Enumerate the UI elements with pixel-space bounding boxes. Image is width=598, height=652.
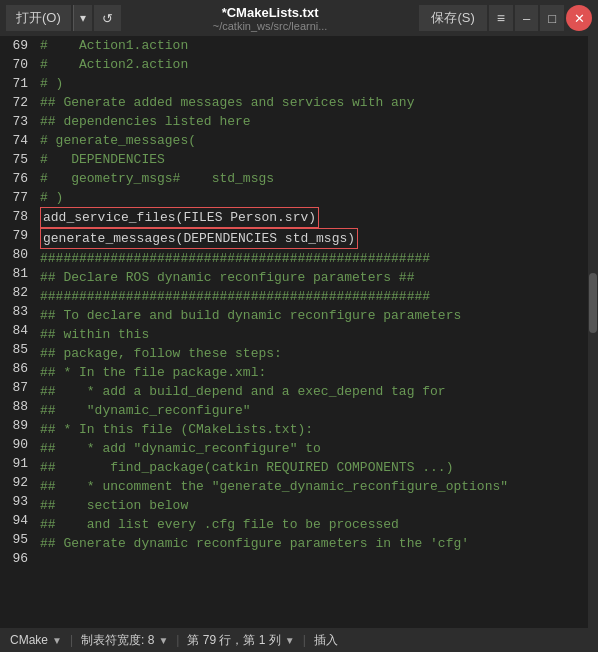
code-line: # Action1.action <box>40 36 598 55</box>
code-line: ## find_package(catkin REQUIRED COMPONEN… <box>40 458 598 477</box>
filetype-item[interactable]: CMake ▼ <box>10 633 62 647</box>
line-number: 78 <box>6 207 28 226</box>
code-line-highlighted: add_service_files(FILES Person.srv) <box>40 207 598 228</box>
filepath-label: ~/catkin_ws/src/learni... <box>121 20 420 32</box>
titlebar: 打开(O) ▾ ↺ *CMakeLists.txt ~/catkin_ws/sr… <box>0 0 598 36</box>
code-line: ## Declare ROS dynamic reconfigure param… <box>40 268 598 287</box>
titlebar-right: 保存(S) ≡ – □ ✕ <box>419 5 592 31</box>
tab-label: 制表符宽度: 8 <box>81 632 154 649</box>
statusbar: CMake ▼ | 制表符宽度: 8 ▼ | 第 79 行，第 1 列 ▼ | … <box>0 628 598 652</box>
open-arrow-button[interactable]: ▾ <box>73 5 92 31</box>
code-line: # generate_messages( <box>40 131 598 150</box>
line-number: 73 <box>6 112 28 131</box>
line-number: 74 <box>6 131 28 150</box>
code-line: ## * add a build_depend and a exec_depen… <box>40 382 598 401</box>
minimize-button[interactable]: – <box>515 5 538 31</box>
code-line: ## * add "dynamic_reconfigure" to <box>40 439 598 458</box>
line-number: 84 <box>6 321 28 340</box>
titlebar-center: *CMakeLists.txt ~/catkin_ws/src/learni..… <box>121 5 420 32</box>
open-button[interactable]: 打开(O) <box>6 5 71 31</box>
divider3: | <box>303 633 306 647</box>
titlebar-left: 打开(O) ▾ ↺ <box>6 5 121 31</box>
line-number: 82 <box>6 283 28 302</box>
code-line: ########################################… <box>40 287 598 306</box>
code-line: ########################################… <box>40 249 598 268</box>
code-line: # Action2.action <box>40 55 598 74</box>
editor: 6970717273747576777879808182838485868788… <box>0 36 598 628</box>
code-line: # ) <box>40 74 598 93</box>
line-number: 76 <box>6 169 28 188</box>
code-line: ## and list every .cfg file to be proces… <box>40 515 598 534</box>
code-line: ## package, follow these steps: <box>40 344 598 363</box>
line-number: 70 <box>6 55 28 74</box>
scrollbar-thumb[interactable] <box>589 273 597 333</box>
code-line: ## dependencies listed here <box>40 112 598 131</box>
code-line: ## within this <box>40 325 598 344</box>
save-button[interactable]: 保存(S) <box>419 5 486 31</box>
code-area[interactable]: 6970717273747576777879808182838485868788… <box>0 36 598 628</box>
line-numbers: 6970717273747576777879808182838485868788… <box>0 36 36 628</box>
line-number: 93 <box>6 492 28 511</box>
filename-label: *CMakeLists.txt <box>121 5 420 20</box>
divider1: | <box>70 633 73 647</box>
line-number: 80 <box>6 245 28 264</box>
filetype-label: CMake <box>10 633 48 647</box>
position-arrow: ▼ <box>285 635 295 646</box>
insert-label: 插入 <box>314 632 338 649</box>
line-number: 81 <box>6 264 28 283</box>
scrollbar[interactable] <box>588 36 598 628</box>
code-line: ## Generate dynamic reconfigure paramete… <box>40 534 598 553</box>
line-number: 75 <box>6 150 28 169</box>
code-line: # geometry_msgs# std_msgs <box>40 169 598 188</box>
line-number: 77 <box>6 188 28 207</box>
line-number: 90 <box>6 435 28 454</box>
line-number: 96 <box>6 549 28 568</box>
close-button[interactable]: ✕ <box>566 5 592 31</box>
divider2: | <box>176 633 179 647</box>
code-line: ## * uncomment the "generate_dynamic_rec… <box>40 477 598 496</box>
line-number: 88 <box>6 397 28 416</box>
line-number: 87 <box>6 378 28 397</box>
code-content[interactable]: # Action1.action# Action2.action# )## Ge… <box>36 36 598 628</box>
line-number: 83 <box>6 302 28 321</box>
line-number: 69 <box>6 36 28 55</box>
line-number: 79 <box>6 226 28 245</box>
menu-button[interactable]: ≡ <box>489 5 513 31</box>
line-number: 91 <box>6 454 28 473</box>
line-number: 72 <box>6 93 28 112</box>
insert-item: 插入 <box>314 632 338 649</box>
code-line: ## section below <box>40 496 598 515</box>
line-number: 86 <box>6 359 28 378</box>
line-number: 92 <box>6 473 28 492</box>
tab-arrow: ▼ <box>158 635 168 646</box>
maximize-button[interactable]: □ <box>540 5 564 31</box>
code-line: ## Generate added messages and services … <box>40 93 598 112</box>
code-line: ## * In this file (CMakeLists.txt): <box>40 420 598 439</box>
line-number: 71 <box>6 74 28 93</box>
code-line: # DEPENDENCIES <box>40 150 598 169</box>
line-number: 89 <box>6 416 28 435</box>
position-item[interactable]: 第 79 行，第 1 列 ▼ <box>187 632 294 649</box>
line-number: 94 <box>6 511 28 530</box>
refresh-icon-button[interactable]: ↺ <box>94 5 121 31</box>
code-line: ## To declare and build dynamic reconfig… <box>40 306 598 325</box>
code-line: ## "dynamic_reconfigure" <box>40 401 598 420</box>
line-number: 95 <box>6 530 28 549</box>
code-line: ## * In the file package.xml: <box>40 363 598 382</box>
tab-item[interactable]: 制表符宽度: 8 ▼ <box>81 632 168 649</box>
code-line-highlighted: generate_messages(DEPENDENCIES std_msgs) <box>40 228 598 249</box>
filetype-arrow: ▼ <box>52 635 62 646</box>
line-number: 85 <box>6 340 28 359</box>
position-label: 第 79 行，第 1 列 <box>187 632 280 649</box>
code-line: # ) <box>40 188 598 207</box>
